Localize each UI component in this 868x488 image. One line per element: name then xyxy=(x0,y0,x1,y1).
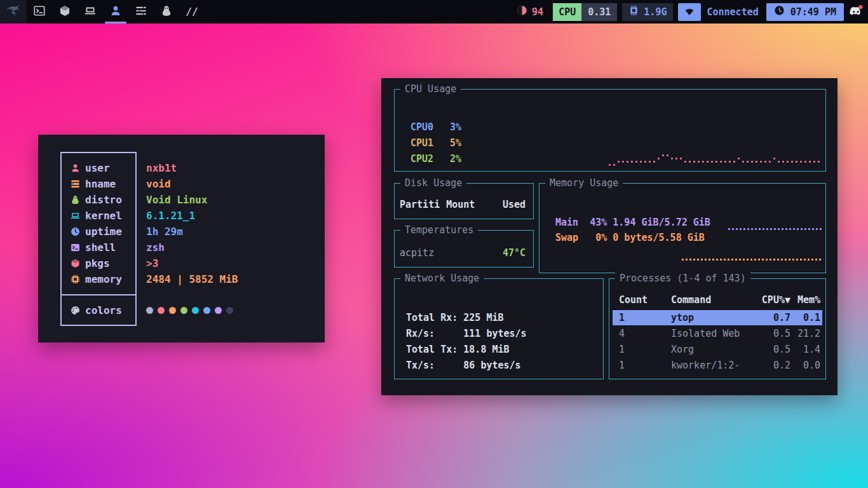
desktop: // 94 CPU 0.31 1.9G Connected 07:49 PM xyxy=(0,0,868,488)
proc-col-count: Count xyxy=(619,294,671,306)
disk-col-partition: Partiti xyxy=(400,199,440,210)
discord-icon[interactable] xyxy=(849,4,864,20)
memory-swap-line: Swap 0% 0 bytes/5.58 GiB xyxy=(555,232,705,243)
cpu-widget-label: CPU xyxy=(553,3,581,21)
memory-swap-sparkline xyxy=(682,259,822,261)
process-row[interactable]: 1ytop0.70.1 xyxy=(613,310,822,325)
color-dot xyxy=(203,307,210,314)
wifi-icon xyxy=(678,3,701,21)
color-dot xyxy=(226,307,233,314)
process-row[interactable]: 1Xorg0.51.4 xyxy=(613,342,822,357)
fetch-row: usernxb1t xyxy=(38,160,325,176)
memory-main-line: Main 43% 1.94 GiB/5.72 GiB xyxy=(555,217,710,228)
color-dot xyxy=(192,307,199,314)
cpu-usage-sparkline xyxy=(609,146,822,167)
network-status: Connected xyxy=(707,6,758,18)
processes-panel: Processes (1-4 of 143) Count Command CPU… xyxy=(609,278,826,379)
network-usage-panel: Network Usage Total Rx:225 MiBRx/s:111 b… xyxy=(394,278,604,379)
laptop-icon xyxy=(85,5,96,19)
package-icon xyxy=(67,259,83,268)
network-stat-line: Total Rx:225 MiB xyxy=(406,312,504,323)
workspace-user[interactable] xyxy=(103,0,128,24)
penguin-icon xyxy=(161,5,172,19)
clock-time: 07:49 PM xyxy=(790,6,836,18)
brightness-widget: 94 xyxy=(517,3,543,21)
color-dot xyxy=(169,307,176,314)
fetch-label: uptime xyxy=(85,226,122,238)
temperature-row: acpitz 47°C xyxy=(400,247,526,259)
fetch-row: pkgs>3 xyxy=(38,255,325,271)
terminal-icon xyxy=(67,243,83,252)
process-row[interactable]: 4Isolated Web0.521.2 xyxy=(613,326,822,341)
fetch-label: hname xyxy=(85,178,116,190)
workspace-terminal[interactable] xyxy=(27,0,52,24)
palette-icon xyxy=(67,306,83,315)
network-widget[interactable]: Connected xyxy=(678,3,766,21)
color-dot xyxy=(215,307,222,314)
disk-table-header: Partiti Mount Used xyxy=(400,199,526,210)
temperatures-panel: Temperatures acpitz 47°C xyxy=(394,230,534,268)
processes-panel-title: Processes (1-4 of 143) xyxy=(615,273,750,284)
package-icon xyxy=(59,5,71,19)
disk-usage-panel: Disk Usage Partiti Mount Used xyxy=(394,183,534,219)
memory-main-sparkline xyxy=(728,228,822,230)
colors-label: colors xyxy=(85,304,122,316)
fetch-label: kernel xyxy=(85,210,122,222)
penguin-icon xyxy=(67,195,83,205)
fetch-colors-row: colors xyxy=(38,302,325,318)
cpu-usage-panel: CPU Usage CPU03%CPU15%CPU22% xyxy=(394,89,826,172)
fetch-value: 2484 | 5852 MiB xyxy=(146,273,238,285)
clock-icon xyxy=(774,5,785,18)
workspace-settings[interactable] xyxy=(128,0,154,24)
workspace-packages[interactable] xyxy=(52,0,78,24)
ytop-window: CPU Usage CPU03%CPU15%CPU22% Disk Usage … xyxy=(381,78,837,395)
fetch-value: zsh xyxy=(146,241,165,254)
workspace-penguin[interactable] xyxy=(154,0,179,24)
network-panel-title: Network Usage xyxy=(400,273,484,284)
proc-col-command: Command xyxy=(671,294,754,306)
cpu-core-row: CPU15% xyxy=(410,137,461,150)
ram-chip-icon xyxy=(628,5,639,18)
fetch-row: memory2484 | 5852 MiB xyxy=(38,271,325,287)
fetch-row: uptime1h 29m xyxy=(38,224,325,240)
memory-widget-value: 1.9G xyxy=(644,6,667,18)
fetch-label: pkgs xyxy=(85,257,110,269)
process-row[interactable]: 1kworker/1:2-0.20.0 xyxy=(613,358,822,373)
brightness-icon xyxy=(517,5,527,18)
memory-widget: 1.9G xyxy=(622,3,673,21)
network-stat-line: Rx/s:111 bytes/s xyxy=(406,328,527,339)
workspace-scratchpad[interactable]: // xyxy=(179,0,205,24)
fetch-label: memory xyxy=(85,273,122,285)
disk-col-mount: Mount xyxy=(446,199,475,210)
cpu-core-row: CPU03% xyxy=(410,121,461,134)
cpu-widget-value: 0.31 xyxy=(581,3,617,21)
sliders-icon xyxy=(135,5,147,19)
fetch-label: shell xyxy=(85,241,116,254)
temperatures-panel-title: Temperatures xyxy=(400,224,478,236)
bar-status-area: 94 CPU 0.31 1.9G Connected 07:49 PM xyxy=(517,0,868,24)
process-table-header: Count Command CPU%▼ Mem% xyxy=(613,294,822,306)
fetch-value: 1h 29m xyxy=(146,226,183,238)
proc-col-cpu[interactable]: CPU%▼ xyxy=(754,294,790,306)
memory-usage-panel: Memory Usage Main 43% 1.94 GiB/5.72 GiB … xyxy=(539,183,826,273)
color-palette xyxy=(146,302,233,318)
workspace-laptop[interactable] xyxy=(78,0,103,24)
top-bar: // 94 CPU 0.31 1.9G Connected 07:49 PM xyxy=(0,0,868,24)
fetch-window: usernxb1thnamevoiddistroVoid Linuxkernel… xyxy=(38,135,325,342)
cpu-widget: CPU 0.31 xyxy=(553,3,622,21)
terminal-icon xyxy=(34,5,45,19)
fetch-row: shellzsh xyxy=(38,240,325,255)
fetch-row: hnamevoid xyxy=(38,176,325,192)
clock-widget[interactable]: 07:49 PM xyxy=(766,3,844,21)
distro-logo-icon xyxy=(6,4,21,20)
cpu-panel-title: CPU Usage xyxy=(400,83,461,95)
memory-panel-title: Memory Usage xyxy=(545,177,623,189)
fetch-divider xyxy=(62,294,135,295)
cpu-core-row: CPU22% xyxy=(410,153,461,166)
disk-col-used: Used xyxy=(503,199,526,210)
logo-tile[interactable] xyxy=(0,0,27,24)
person-icon xyxy=(110,5,121,19)
color-dot xyxy=(158,307,165,314)
fetch-value: 6.1.21_1 xyxy=(146,210,195,222)
network-stat-line: Tx/s:86 bytes/s xyxy=(406,360,521,371)
